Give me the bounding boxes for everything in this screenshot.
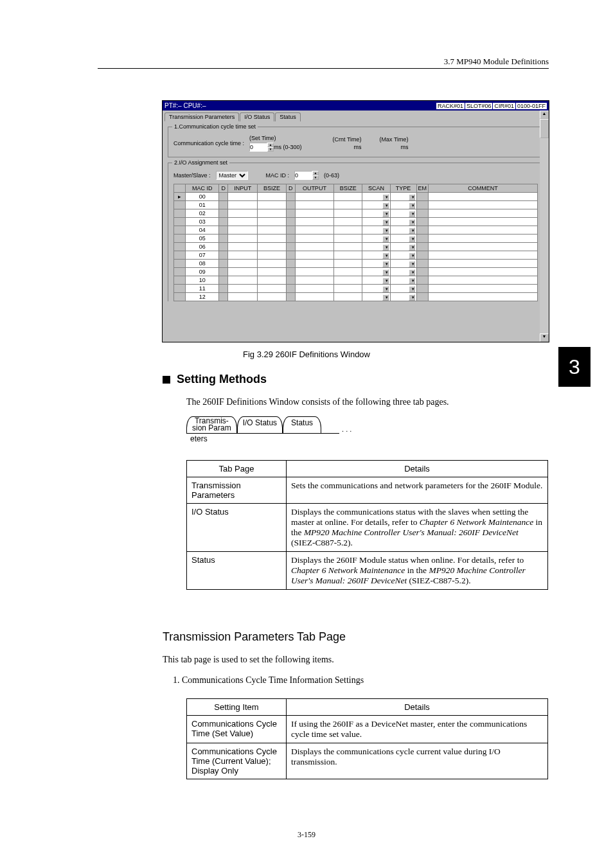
cell-bsize1[interactable] <box>258 226 286 235</box>
cell-output[interactable] <box>295 276 333 285</box>
row-handle[interactable]: ▸ <box>174 193 186 201</box>
tab-transmission[interactable]: Transmission Parameters <box>164 112 239 121</box>
row-handle[interactable] <box>174 251 186 260</box>
cell-output[interactable] <box>295 251 333 260</box>
cell-scan[interactable]: ▾ <box>362 243 390 251</box>
cell-scan[interactable]: ▾ <box>362 260 390 268</box>
dropdown-icon[interactable]: ▾ <box>382 261 389 267</box>
row-handle[interactable] <box>174 276 186 285</box>
cell-output[interactable] <box>295 268 333 276</box>
cell-input[interactable] <box>228 268 258 276</box>
cell-bsize1[interactable] <box>258 268 286 276</box>
cell-d2[interactable] <box>286 243 295 251</box>
cell-output[interactable] <box>295 209 333 218</box>
cell-comment[interactable] <box>429 243 538 251</box>
dropdown-icon[interactable]: ▾ <box>409 219 415 226</box>
cell-scan[interactable]: ▾ <box>362 218 390 226</box>
cell-input[interactable] <box>228 235 258 243</box>
cell-output[interactable] <box>295 235 333 243</box>
cell-bsize1[interactable] <box>258 285 286 293</box>
cell-scan[interactable]: ▾ <box>362 193 390 201</box>
cell-d1[interactable] <box>219 260 228 268</box>
cell-bsize1[interactable] <box>258 209 286 218</box>
dropdown-icon[interactable]: ▾ <box>409 252 415 259</box>
cell-em[interactable] <box>416 201 429 209</box>
cell-scan[interactable]: ▾ <box>362 201 390 209</box>
row-handle[interactable] <box>174 243 186 251</box>
cell-d2[interactable] <box>286 226 295 235</box>
cell-bsize2[interactable] <box>334 209 362 218</box>
cell-bsize1[interactable] <box>258 243 286 251</box>
cell-type[interactable]: ▾ <box>390 276 416 285</box>
cell-bsize2[interactable] <box>334 218 362 226</box>
cell-bsize1[interactable] <box>258 201 286 209</box>
cell-scan[interactable]: ▾ <box>362 276 390 285</box>
cell-d1[interactable] <box>219 201 228 209</box>
cell-d2[interactable] <box>286 260 295 268</box>
cell-comment[interactable] <box>429 276 538 285</box>
cell-comment[interactable] <box>429 235 538 243</box>
cell-bsize1[interactable] <box>258 193 286 201</box>
row-handle[interactable] <box>174 285 186 293</box>
cell-bsize1[interactable] <box>258 293 286 301</box>
set-time-input[interactable] <box>249 143 267 152</box>
cell-comment[interactable] <box>429 285 538 293</box>
cell-em[interactable] <box>416 193 429 201</box>
dropdown-icon[interactable]: ▾ <box>382 278 389 284</box>
cell-output[interactable] <box>295 201 333 209</box>
dropdown-icon[interactable]: ▾ <box>409 278 415 284</box>
cell-comment[interactable] <box>429 260 538 268</box>
cell-bsize1[interactable] <box>258 251 286 260</box>
cell-type[interactable]: ▾ <box>390 293 416 301</box>
cell-input[interactable] <box>228 201 258 209</box>
cell-input[interactable] <box>228 209 258 218</box>
cell-input[interactable] <box>228 293 258 301</box>
row-handle[interactable] <box>174 260 186 268</box>
cell-em[interactable] <box>416 235 429 243</box>
cell-input[interactable] <box>228 276 258 285</box>
cell-input[interactable] <box>228 193 258 201</box>
cell-d2[interactable] <box>286 193 295 201</box>
cell-em[interactable] <box>416 218 429 226</box>
tab-io-status[interactable]: I/O Status <box>240 112 274 121</box>
cell-em[interactable] <box>416 293 429 301</box>
cell-comment[interactable] <box>429 293 538 301</box>
cell-d1[interactable] <box>219 285 228 293</box>
cell-output[interactable] <box>295 285 333 293</box>
dropdown-icon[interactable]: ▾ <box>382 194 389 200</box>
dropdown-icon[interactable]: ▾ <box>409 286 415 292</box>
cell-d2[interactable] <box>286 276 295 285</box>
cell-d1[interactable] <box>219 243 228 251</box>
cell-type[interactable]: ▾ <box>390 243 416 251</box>
cell-input[interactable] <box>228 251 258 260</box>
row-handle[interactable] <box>174 268 186 276</box>
cell-comment[interactable] <box>429 193 538 201</box>
row-handle[interactable] <box>174 218 186 226</box>
cell-bsize2[interactable] <box>334 201 362 209</box>
cell-input[interactable] <box>228 226 258 235</box>
cell-d2[interactable] <box>286 235 295 243</box>
cell-bsize2[interactable] <box>334 285 362 293</box>
cell-output[interactable] <box>295 226 333 235</box>
cell-em[interactable] <box>416 268 429 276</box>
cell-scan[interactable]: ▾ <box>362 251 390 260</box>
cell-type[interactable]: ▾ <box>390 226 416 235</box>
dropdown-icon[interactable]: ▾ <box>382 252 389 259</box>
dropdown-icon[interactable]: ▾ <box>409 236 415 242</box>
cell-bsize2[interactable] <box>334 226 362 235</box>
cell-bsize2[interactable] <box>334 268 362 276</box>
cell-output[interactable] <box>295 218 333 226</box>
cell-input[interactable] <box>228 260 258 268</box>
cell-d2[interactable] <box>286 218 295 226</box>
cell-d1[interactable] <box>219 209 228 218</box>
cell-scan[interactable]: ▾ <box>362 235 390 243</box>
cell-bsize1[interactable] <box>258 260 286 268</box>
dropdown-icon[interactable]: ▾ <box>382 244 389 251</box>
cell-em[interactable] <box>416 226 429 235</box>
cell-scan[interactable]: ▾ <box>362 209 390 218</box>
cell-comment[interactable] <box>429 251 538 260</box>
cell-comment[interactable] <box>429 226 538 235</box>
cell-d1[interactable] <box>219 235 228 243</box>
cell-type[interactable]: ▾ <box>390 193 416 201</box>
dropdown-icon[interactable]: ▾ <box>409 194 415 200</box>
